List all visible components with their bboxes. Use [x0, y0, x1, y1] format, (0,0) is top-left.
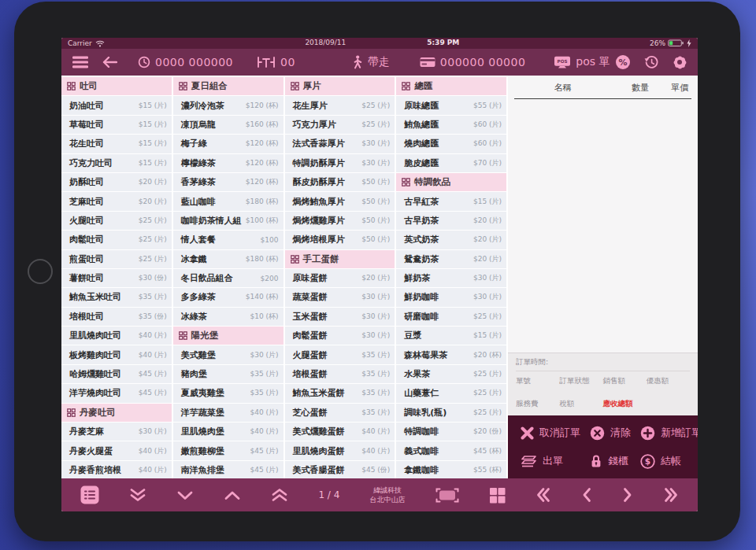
menu-item[interactable]: 里肌燒肉蛋餅$40 (片)	[285, 441, 395, 460]
menu-item[interactable]: 奶酥吐司$20 (片)	[61, 173, 172, 191]
menu-item[interactable]: 巧克力厚片$25 (片)	[285, 116, 395, 134]
menu-item[interactable]: 火腿蛋餅$35 (片)	[285, 345, 395, 364]
menu-item[interactable]: 奶油吐司$15 (片)	[61, 96, 172, 114]
back-button[interactable]	[102, 57, 117, 68]
menu-item[interactable]: 美式雞堡$30 (片)	[173, 345, 284, 364]
menu-item[interactable]: 豆漿$15 (片)	[396, 327, 506, 345]
new-order-button[interactable]: 新增訂單	[631, 419, 698, 447]
table-count-display[interactable]: 00	[257, 56, 295, 68]
menu-item[interactable]: 拿鐵咖啡$55 (杯)	[396, 461, 506, 478]
menu-item[interactable]: 森林莓果茶$20 (杯)	[396, 345, 506, 364]
home-button[interactable]	[28, 259, 53, 284]
order-number-display[interactable]: 0000 000000	[138, 56, 233, 68]
menu-item[interactable]: 煎蛋吐司$25 (片)	[61, 250, 172, 268]
print-ticket-button[interactable]: 出單	[511, 447, 580, 475]
menu-item[interactable]: 培根蛋餅$35 (片)	[285, 365, 395, 383]
menu-item[interactable]: 冰綠茶$10 (杯)	[173, 308, 284, 326]
menu-item[interactable]: 焗烤燻雞厚片$50 (片)	[285, 212, 395, 230]
first-page-button[interactable]	[536, 487, 551, 503]
menu-item[interactable]: 特調奶酥厚片$30 (片)	[285, 154, 395, 172]
category-header[interactable]: 吐司	[61, 77, 172, 95]
checkout-button[interactable]: $ 結帳	[631, 447, 698, 475]
menu-item[interactable]: 英式奶茶$20 (片)	[396, 231, 506, 249]
menu-item[interactable]: 花生吐司$15 (片)	[61, 135, 172, 153]
menu-item[interactable]: 夏威夷雞堡$35 (片)	[173, 384, 284, 402]
menu-item[interactable]: 山藥薏仁$25 (片)	[396, 384, 506, 402]
menu-item[interactable]: 酥皮奶酥厚片$50 (片)	[285, 173, 395, 191]
menu-item[interactable]: 板烤雞肉吐司$40 (片)	[61, 345, 172, 364]
menu-item[interactable]: 濃列冷泡茶$120 (杯)	[173, 96, 284, 114]
menu-item[interactable]: 丹麥芝麻$30 (片)	[61, 423, 172, 441]
grid-view-button[interactable]	[489, 487, 506, 504]
menu-item[interactable]: 丹麥火腿蛋$40 (片)	[61, 441, 172, 460]
menu-item[interactable]: 原味蛋餅$20 (片)	[285, 269, 395, 287]
menu-item[interactable]: 玉米蛋餅$30 (片)	[285, 308, 395, 326]
member-number-display[interactable]: 000000 00000	[420, 56, 525, 68]
category-header[interactable]: 特調飲品	[396, 173, 506, 191]
menu-item[interactable]: 焗烤鮪魚厚片$50 (片)	[285, 192, 395, 210]
menu-item[interactable]: 冰拿鐵$180 (杯)	[173, 250, 284, 268]
settings-gear-icon[interactable]	[673, 55, 687, 69]
menu-item[interactable]: 原味總匯$55 (片)	[396, 96, 506, 114]
menu-item[interactable]: 冬日飲品組合$200	[173, 269, 284, 287]
menu-item[interactable]: 火腿吐司$25 (片)	[61, 212, 172, 230]
menu-item[interactable]: 美式香腸蛋餅$45 (份)	[285, 461, 395, 478]
menu-item[interactable]: 法式香蒜厚片$30 (片)	[285, 135, 395, 153]
menu-item[interactable]: 丹麥香煎培根$40 (片)	[61, 461, 172, 478]
menu-item[interactable]: 巧克力吐司$15 (片)	[61, 154, 172, 172]
menu-item[interactable]: 嫩煎雞柳堡$45 (片)	[173, 441, 284, 460]
menu-item[interactable]: 蔬菜蛋餅$30 (片)	[285, 288, 395, 306]
menu-item[interactable]: 豬肉堡$35 (片)	[173, 365, 284, 383]
menu-item[interactable]: 水果茶$25 (片)	[396, 365, 506, 383]
menu-item[interactable]: 梅子綠$120 (杯)	[173, 135, 284, 153]
menu-item[interactable]: 芝麻吐司$20 (片)	[61, 192, 172, 210]
scroll-top-button[interactable]	[271, 488, 288, 502]
menu-item[interactable]: 南洋魚排堡$45 (片)	[173, 461, 284, 478]
cancel-order-button[interactable]: 取消訂單	[511, 419, 580, 447]
menu-item[interactable]: 凍頂烏龍$160 (杯)	[173, 116, 284, 134]
menu-item[interactable]: 古早奶茶$20 (片)	[396, 212, 506, 230]
clear-button[interactable]: 清除	[580, 419, 631, 447]
menu-item[interactable]: 鮮奶茶$30 (片)	[396, 269, 506, 287]
menu-item[interactable]: 咖啡奶茶情人組$100 (杯)	[173, 212, 284, 230]
pos-order-button[interactable]: POS pos 單	[554, 55, 610, 69]
menu-item[interactable]: 古早紅茶$15 (片)	[396, 192, 506, 210]
next-page-button[interactable]	[622, 487, 633, 503]
category-header[interactable]: 手工蛋餅	[285, 250, 395, 268]
menu-item[interactable]: 里肌燒肉吐司$40 (片)	[61, 327, 172, 345]
menu-item[interactable]: 哈姆燻雞吐司$45 (片)	[61, 365, 172, 383]
category-header[interactable]: 丹麥吐司	[61, 404, 172, 422]
discount-percent-button[interactable]: %	[615, 54, 631, 70]
scroll-up-button[interactable]	[224, 490, 241, 500]
menu-button[interactable]	[72, 56, 88, 68]
category-header[interactable]: 陽光堡	[173, 327, 284, 345]
takeaway-button[interactable]: 帶走	[352, 55, 390, 69]
menu-item[interactable]: 美式燻雞蛋餅$40 (片)	[285, 423, 395, 441]
menu-item[interactable]: 焗烤培根厚片$50 (片)	[285, 231, 395, 249]
menu-item[interactable]: 花生厚片$25 (片)	[285, 96, 395, 114]
menu-item[interactable]: 特調咖啡$20 (份)	[396, 423, 506, 441]
category-header[interactable]: 厚片	[285, 77, 395, 95]
menu-item[interactable]: 情人套餐$100	[173, 231, 284, 249]
menu-item[interactable]: 培根吐司$35 (份)	[61, 308, 172, 326]
menu-item[interactable]: 洋芋燒肉吐司$45 (片)	[61, 384, 172, 402]
menu-item[interactable]: 燒肉總匯$60 (片)	[396, 135, 506, 153]
menu-item[interactable]: 洋芋蔬菜堡$40 (片)	[173, 404, 284, 422]
scroll-down-button[interactable]	[176, 490, 194, 500]
cash-drawer-button[interactable]: 錢櫃	[580, 447, 631, 475]
menu-item[interactable]: 檸檬綠茶$120 (杯)	[173, 154, 284, 172]
menu-item[interactable]: 芝心蛋餅$35 (片)	[285, 404, 395, 422]
menu-item[interactable]: 鮪魚玉米蛋餅$35 (片)	[285, 384, 395, 402]
menu-item[interactable]: 藍山咖啡$180 (杯)	[173, 192, 284, 210]
menu-item[interactable]: 鴛鴦奶茶$20 (片)	[396, 250, 506, 268]
menu-item[interactable]: 薯餅吐司$30 (份)	[61, 269, 172, 287]
scroll-bottom-button[interactable]	[129, 488, 146, 502]
menu-item[interactable]: 鮪魚總匯$60 (片)	[396, 116, 506, 134]
menu-item[interactable]: 肉鬆吐司$25 (片)	[61, 231, 172, 249]
menu-item[interactable]: 香茅綠茶$120 (杯)	[173, 173, 284, 191]
category-header[interactable]: 總匯	[396, 77, 506, 95]
history-button[interactable]	[644, 55, 659, 70]
menu-item[interactable]: 鮮奶咖啡$30 (片)	[396, 288, 506, 306]
last-page-button[interactable]	[663, 487, 679, 503]
menu-item[interactable]: 里肌燒肉堡$40 (片)	[173, 423, 284, 441]
